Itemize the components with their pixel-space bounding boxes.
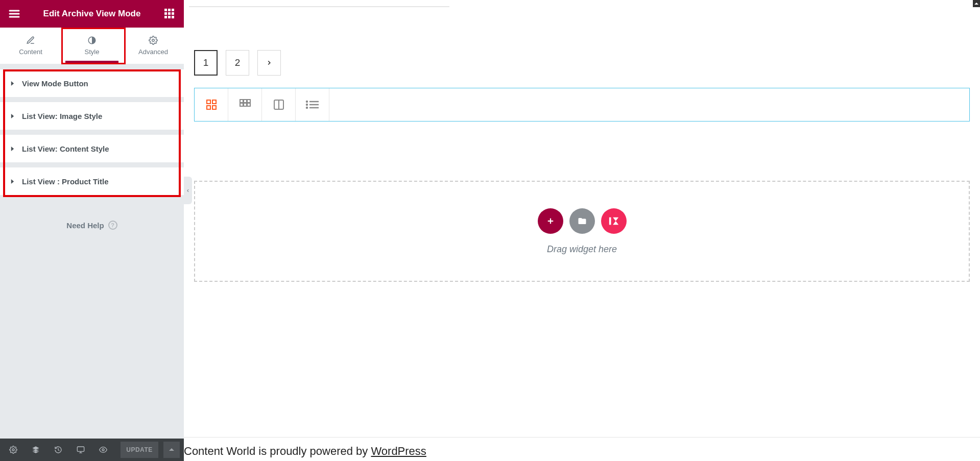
page-1-button[interactable]: 1 [194,50,218,76]
columns-icon[interactable] [262,88,296,121]
svg-rect-7 [168,16,171,18]
svg-rect-22 [247,100,250,103]
grid-small-icon[interactable] [195,88,228,121]
svg-point-32 [306,104,307,105]
scroll-up-icon[interactable] [973,0,980,7]
site-footer: Content World is proudly powered by Word… [184,437,980,461]
add-section-button[interactable] [538,208,563,234]
tab-content-label: Content [19,48,42,56]
svg-point-10 [152,39,155,42]
svg-rect-4 [168,12,171,15]
accordion-list-image-style[interactable]: List View: Image Style [0,102,184,130]
view-mode-widget[interactable] [194,88,970,122]
accordion-view-mode-button[interactable]: View Mode Button [0,69,184,97]
editor-sidebar: Edit Archive View Mode Content Style Adv… [0,0,184,461]
svg-rect-12 [77,447,84,451]
accordion-list: View Mode Button List View: Image Style … [0,64,184,200]
svg-rect-5 [172,12,174,15]
svg-rect-3 [164,12,167,15]
settings-icon[interactable] [4,441,22,459]
help-label: Need Help [66,221,104,230]
footer-prefix: Content World is proudly powered by [184,445,371,457]
svg-point-11 [12,449,14,451]
tab-style-label: Style [85,48,100,56]
accordion-list-content-style[interactable]: List View: Content Style [0,135,184,162]
pagination: 1 2 [194,50,970,76]
svg-rect-16 [207,100,210,104]
navigator-icon[interactable] [27,441,45,459]
svg-rect-20 [240,100,243,103]
collapse-sidebar-icon[interactable]: ‹ [184,177,192,204]
elementskit-button[interactable] [601,208,627,234]
svg-rect-25 [247,103,250,106]
help-icon: ? [108,221,117,230]
canvas: 1 2 Drag widge [184,0,980,461]
svg-rect-0 [164,9,167,11]
page-2-button[interactable]: 2 [226,50,249,76]
sidebar-header: Edit Archive View Mode [0,0,184,28]
tab-advanced-label: Advanced [138,48,168,56]
responsive-icon[interactable] [71,441,90,459]
update-options-icon[interactable] [163,442,180,458]
svg-rect-24 [244,103,247,106]
svg-rect-23 [240,103,243,106]
tab-content[interactable]: Content [0,28,61,64]
panel-title: Edit Archive View Mode [43,9,141,19]
dropzone-label: Drag widget here [547,244,617,255]
svg-rect-6 [164,16,167,18]
accordion-label: List View : Product Title [22,177,108,186]
widget-dropzone[interactable]: Drag widget here [194,181,970,282]
need-help[interactable]: Need Help ? [0,200,184,250]
dropzone-actions [538,208,627,234]
add-template-button[interactable] [569,208,595,234]
svg-rect-17 [212,100,216,104]
list-icon[interactable] [296,88,329,121]
svg-point-31 [306,101,307,102]
svg-rect-2 [172,9,174,11]
svg-rect-18 [207,106,210,109]
svg-point-15 [102,449,104,451]
update-button[interactable]: UPDATE [121,442,158,458]
editor-tabs: Content Style Advanced [0,28,184,64]
svg-rect-1 [168,9,171,11]
sidebar-footer: UPDATE [0,439,184,461]
svg-rect-36 [609,217,611,225]
accordion-label: List View: Content Style [22,144,109,153]
menu-icon[interactable] [7,7,21,21]
svg-rect-19 [212,106,216,109]
svg-rect-21 [244,100,247,103]
apps-icon[interactable] [162,7,177,21]
accordion-list-product-title[interactable]: List View : Product Title [0,167,184,195]
preview-icon[interactable] [94,441,112,459]
tab-style[interactable]: Style [61,28,123,64]
accordion-label: View Mode Button [22,79,88,88]
tab-advanced[interactable]: Advanced [123,28,184,64]
footer-wordpress-link[interactable]: WordPress [371,445,426,457]
page-next-button[interactable] [257,50,281,76]
accordion-label: List View: Image Style [22,112,102,120]
history-icon[interactable] [49,441,67,459]
svg-point-33 [306,107,307,108]
grid-large-icon[interactable] [228,88,262,121]
canvas-toolbar-placeholder [189,5,449,7]
svg-rect-8 [172,16,174,18]
